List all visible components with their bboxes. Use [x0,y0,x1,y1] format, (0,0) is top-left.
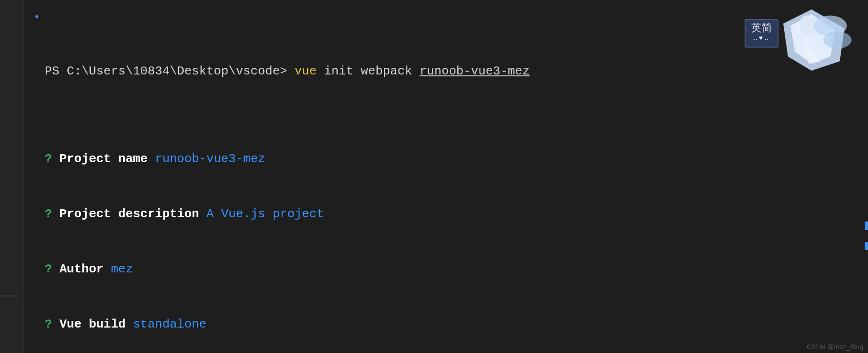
command-main: vue [295,64,317,78]
prompt-question: ? Project name runoob-vue3-mez [45,150,868,168]
scroll-mark-icon [865,222,868,230]
question-mark-icon: ? [45,262,52,276]
ps-prompt: PS C:\Users\10834\Desktop\vscode> [45,64,295,78]
question-answer: standalone [133,317,206,331]
terminal-output[interactable]: ● PS C:\Users\10834\Desktop\vscode> vue … [0,0,868,353]
editor-gutter [0,0,24,353]
question-mark-icon: ? [45,207,52,221]
question-label: Project name [59,152,155,166]
watermark-text: CSDN @mez_Blog [807,343,863,351]
question-answer: A Vue.js project [206,207,324,221]
command-project: runoob-vue3-mez [420,64,530,78]
question-mark-icon: ? [45,152,52,166]
command-line: PS C:\Users\10834\Desktop\vscode> vue in… [45,62,868,81]
svg-point-2 [823,32,852,49]
question-answer: mez [111,262,133,276]
gutter-divider [0,296,19,296]
question-answer: runoob-vue3-mez [155,152,265,166]
question-label: Vue build [59,317,133,331]
prompt-question: ? Author mez [45,260,868,279]
prompt-question: ? Vue build standalone [45,315,868,334]
scrollbar-marks [865,222,868,262]
scroll-mark-icon [865,242,868,250]
status-bullet-icon: ● [35,12,39,22]
prompt-question: ? Project description A Vue.js project [45,205,868,223]
question-label: Author [59,262,111,276]
fairy-avatar-icon [764,0,859,75]
question-mark-icon: ? [45,317,52,331]
command-args: init webpack [316,64,419,78]
question-label: Project description [59,207,206,221]
